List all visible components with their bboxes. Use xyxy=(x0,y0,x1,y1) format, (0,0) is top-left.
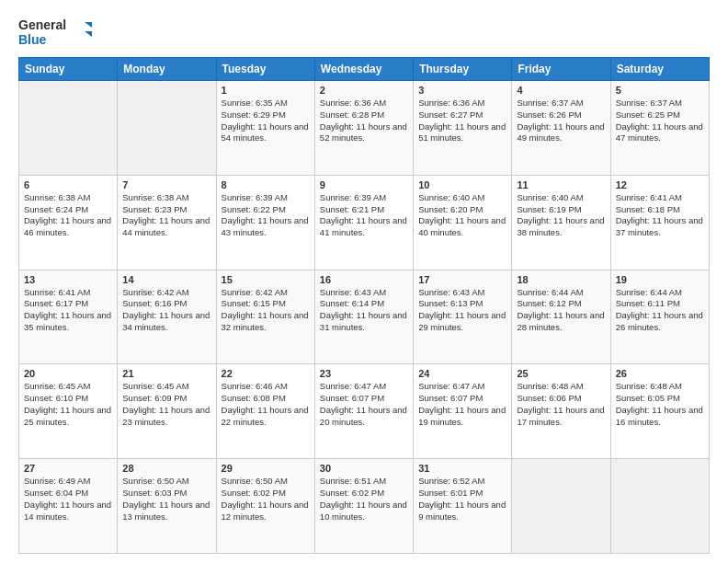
day-info: Sunrise: 6:51 AM Sunset: 6:02 PM Dayligh… xyxy=(320,476,408,523)
svg-text:Blue: Blue xyxy=(18,32,47,47)
day-info: Sunrise: 6:48 AM Sunset: 6:06 PM Dayligh… xyxy=(517,381,605,428)
calendar-cell: 5Sunrise: 6:37 AM Sunset: 6:25 PM Daylig… xyxy=(610,81,709,176)
day-number: 29 xyxy=(222,463,310,474)
day-number: 9 xyxy=(320,179,408,190)
calendar-week-3: 13Sunrise: 6:41 AM Sunset: 6:17 PM Dayli… xyxy=(19,270,710,364)
day-info: Sunrise: 6:40 AM Sunset: 6:20 PM Dayligh… xyxy=(418,192,506,239)
calendar-cell: 17Sunrise: 6:43 AM Sunset: 6:13 PM Dayli… xyxy=(414,270,512,364)
calendar-cell: 11Sunrise: 6:40 AM Sunset: 6:19 PM Dayli… xyxy=(512,175,610,270)
calendar-cell: 4Sunrise: 6:37 AM Sunset: 6:26 PM Daylig… xyxy=(512,81,610,176)
calendar-cell: 7Sunrise: 6:38 AM Sunset: 6:23 PM Daylig… xyxy=(118,175,216,270)
day-number: 19 xyxy=(616,274,704,285)
day-info: Sunrise: 6:45 AM Sunset: 6:09 PM Dayligh… xyxy=(122,381,210,428)
calendar-week-2: 6Sunrise: 6:38 AM Sunset: 6:24 PM Daylig… xyxy=(19,175,710,270)
day-info: Sunrise: 6:40 AM Sunset: 6:19 PM Dayligh… xyxy=(517,192,605,239)
day-number: 8 xyxy=(222,179,310,190)
day-header-monday: Monday xyxy=(118,58,216,81)
day-number: 7 xyxy=(122,179,210,190)
calendar-cell: 24Sunrise: 6:47 AM Sunset: 6:07 PM Dayli… xyxy=(414,364,512,459)
day-info: Sunrise: 6:38 AM Sunset: 6:24 PM Dayligh… xyxy=(24,192,112,239)
calendar-cell: 22Sunrise: 6:46 AM Sunset: 6:08 PM Dayli… xyxy=(216,364,314,459)
day-info: Sunrise: 6:47 AM Sunset: 6:07 PM Dayligh… xyxy=(418,381,506,428)
day-header-friday: Friday xyxy=(512,58,610,81)
calendar-cell: 1Sunrise: 6:35 AM Sunset: 6:29 PM Daylig… xyxy=(216,81,314,176)
day-number: 2 xyxy=(320,85,408,96)
day-number: 13 xyxy=(24,274,112,285)
day-info: Sunrise: 6:49 AM Sunset: 6:04 PM Dayligh… xyxy=(24,476,112,523)
day-info: Sunrise: 6:50 AM Sunset: 6:03 PM Dayligh… xyxy=(122,476,210,523)
day-info: Sunrise: 6:50 AM Sunset: 6:02 PM Dayligh… xyxy=(222,476,310,523)
day-info: Sunrise: 6:39 AM Sunset: 6:21 PM Dayligh… xyxy=(320,192,408,239)
day-info: Sunrise: 6:36 AM Sunset: 6:28 PM Dayligh… xyxy=(320,98,408,144)
svg-text:General: General xyxy=(18,17,66,32)
calendar-cell xyxy=(512,459,610,554)
calendar-cell: 26Sunrise: 6:48 AM Sunset: 6:05 PM Dayli… xyxy=(610,364,709,459)
calendar-week-5: 27Sunrise: 6:49 AM Sunset: 6:04 PM Dayli… xyxy=(19,459,710,554)
day-number: 30 xyxy=(320,463,408,474)
day-number: 27 xyxy=(24,463,112,474)
day-info: Sunrise: 6:52 AM Sunset: 6:01 PM Dayligh… xyxy=(418,476,506,523)
day-header-thursday: Thursday xyxy=(414,58,512,81)
day-header-sunday: Sunday xyxy=(19,58,118,81)
calendar-cell: 29Sunrise: 6:50 AM Sunset: 6:02 PM Dayli… xyxy=(216,459,314,554)
day-info: Sunrise: 6:42 AM Sunset: 6:16 PM Dayligh… xyxy=(122,287,210,334)
calendar-week-1: 1Sunrise: 6:35 AM Sunset: 6:29 PM Daylig… xyxy=(19,81,710,176)
day-number: 10 xyxy=(418,179,506,190)
day-number: 17 xyxy=(418,274,506,285)
day-number: 23 xyxy=(320,368,408,379)
day-header-wednesday: Wednesday xyxy=(314,58,413,81)
calendar-cell: 10Sunrise: 6:40 AM Sunset: 6:20 PM Dayli… xyxy=(414,175,512,270)
calendar-cell: 3Sunrise: 6:36 AM Sunset: 6:27 PM Daylig… xyxy=(414,81,512,176)
day-info: Sunrise: 6:36 AM Sunset: 6:27 PM Dayligh… xyxy=(418,98,506,144)
svg-marker-3 xyxy=(85,31,92,37)
day-info: Sunrise: 6:47 AM Sunset: 6:07 PM Dayligh… xyxy=(320,381,408,428)
day-info: Sunrise: 6:38 AM Sunset: 6:23 PM Dayligh… xyxy=(122,192,210,239)
day-info: Sunrise: 6:39 AM Sunset: 6:22 PM Dayligh… xyxy=(222,192,310,239)
calendar-cell: 23Sunrise: 6:47 AM Sunset: 6:07 PM Dayli… xyxy=(314,364,413,459)
calendar-cell xyxy=(118,81,216,176)
calendar-cell: 14Sunrise: 6:42 AM Sunset: 6:16 PM Dayli… xyxy=(118,270,216,364)
calendar-cell: 27Sunrise: 6:49 AM Sunset: 6:04 PM Dayli… xyxy=(19,459,118,554)
day-info: Sunrise: 6:45 AM Sunset: 6:10 PM Dayligh… xyxy=(24,381,112,428)
day-info: Sunrise: 6:48 AM Sunset: 6:05 PM Dayligh… xyxy=(616,381,704,428)
day-header-tuesday: Tuesday xyxy=(216,58,314,81)
calendar-week-4: 20Sunrise: 6:45 AM Sunset: 6:10 PM Dayli… xyxy=(19,364,710,459)
calendar-cell: 8Sunrise: 6:39 AM Sunset: 6:22 PM Daylig… xyxy=(216,175,314,270)
calendar-cell: 31Sunrise: 6:52 AM Sunset: 6:01 PM Dayli… xyxy=(414,459,512,554)
day-info: Sunrise: 6:43 AM Sunset: 6:14 PM Dayligh… xyxy=(320,287,408,334)
day-number: 24 xyxy=(418,368,506,379)
day-number: 6 xyxy=(24,179,112,190)
calendar-cell: 2Sunrise: 6:36 AM Sunset: 6:28 PM Daylig… xyxy=(314,81,413,176)
calendar-cell: 19Sunrise: 6:44 AM Sunset: 6:11 PM Dayli… xyxy=(610,270,709,364)
calendar-cell: 6Sunrise: 6:38 AM Sunset: 6:24 PM Daylig… xyxy=(19,175,118,270)
day-info: Sunrise: 6:42 AM Sunset: 6:15 PM Dayligh… xyxy=(222,287,310,334)
day-number: 16 xyxy=(320,274,408,285)
day-info: Sunrise: 6:35 AM Sunset: 6:29 PM Dayligh… xyxy=(222,98,310,144)
day-number: 20 xyxy=(24,368,112,379)
day-number: 22 xyxy=(222,368,310,379)
calendar-table: SundayMondayTuesdayWednesdayThursdayFrid… xyxy=(18,57,710,554)
day-number: 14 xyxy=(122,274,210,285)
calendar-cell: 12Sunrise: 6:41 AM Sunset: 6:18 PM Dayli… xyxy=(610,175,709,270)
day-info: Sunrise: 6:37 AM Sunset: 6:26 PM Dayligh… xyxy=(517,98,605,144)
calendar-cell: 16Sunrise: 6:43 AM Sunset: 6:14 PM Dayli… xyxy=(314,270,413,364)
day-number: 1 xyxy=(222,85,310,96)
day-info: Sunrise: 6:44 AM Sunset: 6:11 PM Dayligh… xyxy=(616,287,704,334)
calendar-cell: 9Sunrise: 6:39 AM Sunset: 6:21 PM Daylig… xyxy=(314,175,413,270)
day-number: 3 xyxy=(418,85,506,96)
day-info: Sunrise: 6:41 AM Sunset: 6:17 PM Dayligh… xyxy=(24,287,112,334)
day-number: 15 xyxy=(222,274,310,285)
day-info: Sunrise: 6:43 AM Sunset: 6:13 PM Dayligh… xyxy=(418,287,506,334)
day-number: 4 xyxy=(517,85,605,96)
day-info: Sunrise: 6:44 AM Sunset: 6:12 PM Dayligh… xyxy=(517,287,605,334)
calendar-cell: 30Sunrise: 6:51 AM Sunset: 6:02 PM Dayli… xyxy=(314,459,413,554)
day-info: Sunrise: 6:37 AM Sunset: 6:25 PM Dayligh… xyxy=(616,98,704,144)
day-header-saturday: Saturday xyxy=(610,58,709,81)
day-number: 18 xyxy=(517,274,605,285)
day-number: 12 xyxy=(616,179,704,190)
day-number: 25 xyxy=(517,368,605,379)
calendar-cell xyxy=(19,81,118,176)
calendar-cell xyxy=(610,459,709,554)
svg-marker-2 xyxy=(85,22,92,28)
day-number: 21 xyxy=(122,368,210,379)
